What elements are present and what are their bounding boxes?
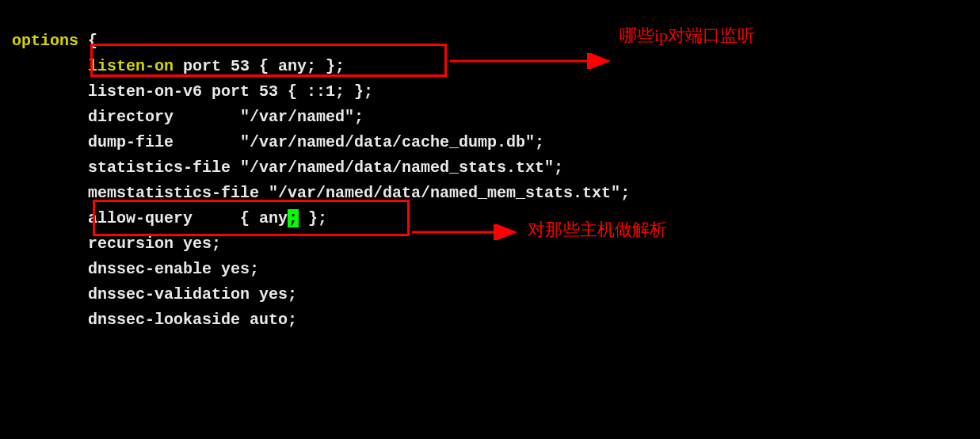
code-line: dump-file "/var/named/data/cache_dump.db… (12, 130, 980, 155)
terminal-editor[interactable]: options { listen-on port 53 { any; }; li… (0, 0, 980, 333)
keyword-options: options (12, 32, 78, 50)
annotation-listen-on: 哪些ip对端口监听 (620, 24, 755, 48)
cursor: ; (288, 209, 299, 227)
annotation-allow-query: 对那些主机做解析 (528, 218, 667, 242)
listen-on-key: listen-on (88, 57, 174, 75)
code-line: dnssec-enable yes; (12, 257, 980, 282)
code-line: directory "/var/named"; (12, 105, 980, 130)
code-line: listen-on port 53 { any; }; (12, 54, 980, 79)
brace: { (78, 32, 97, 50)
code-line: options { (12, 29, 980, 54)
code-line: recursion yes; (12, 231, 980, 257)
code-line: memstatistics-file "/var/named/data/name… (12, 181, 980, 206)
code-line: listen-on-v6 port 53 { ::1; }; (12, 79, 980, 105)
code-line: dnssec-validation yes; (12, 282, 980, 307)
code-line: allow-query { any; }; (12, 206, 980, 231)
code-line: dnssec-lookaside auto; (12, 307, 980, 333)
code-line: statistics-file "/var/named/data/named_s… (12, 155, 980, 181)
